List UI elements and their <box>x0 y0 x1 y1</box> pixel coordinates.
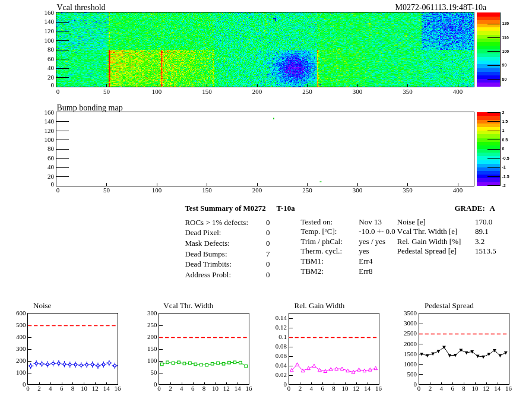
svg-text:100: 100 <box>147 357 157 364</box>
svg-text:3500: 3500 <box>404 309 417 316</box>
svg-text:8: 8 <box>332 385 335 392</box>
svg-text:10: 10 <box>81 385 88 392</box>
svg-text:Pedestal Spread: Pedestal Spread <box>425 301 474 310</box>
svg-text:3000: 3000 <box>404 319 417 327</box>
svg-text:ROCs > 1% defects:: ROCs > 1% defects: <box>185 218 248 227</box>
svg-text:80: 80 <box>502 77 507 81</box>
svg-text:0.12: 0.12 <box>276 324 287 331</box>
svg-text:10: 10 <box>212 385 219 392</box>
svg-text:6: 6 <box>191 385 195 392</box>
svg-text:200: 200 <box>147 333 157 340</box>
svg-text:16: 16 <box>505 385 512 392</box>
svg-text:10: 10 <box>471 385 479 392</box>
svg-text:120: 120 <box>45 27 55 34</box>
svg-text:0: 0 <box>266 218 270 227</box>
svg-text:20: 20 <box>48 173 55 180</box>
svg-text:0: 0 <box>26 385 30 392</box>
svg-text:0: 0 <box>266 239 270 248</box>
svg-text:Temp. [oC]:: Temp. [oC]: <box>301 227 337 236</box>
svg-text:Vcal Thr. Width: Vcal Thr. Width <box>163 301 213 310</box>
svg-text:200: 200 <box>16 357 26 364</box>
svg-text:Err8: Err8 <box>359 267 372 276</box>
svg-text:160: 160 <box>45 109 55 116</box>
svg-text:90: 90 <box>502 63 507 67</box>
svg-text:2: 2 <box>502 110 505 115</box>
svg-text:250: 250 <box>147 321 157 328</box>
svg-text:Noise [e]: Noise [e] <box>397 217 426 226</box>
svg-text:14: 14 <box>235 385 242 392</box>
svg-text:160: 160 <box>45 9 55 16</box>
svg-text:140: 140 <box>45 118 55 125</box>
svg-text:2: 2 <box>169 385 172 392</box>
svg-text:300: 300 <box>16 345 26 352</box>
svg-text:6: 6 <box>321 385 324 392</box>
svg-text:200: 200 <box>252 186 262 194</box>
svg-text:16: 16 <box>375 385 382 392</box>
svg-text:Tested on:: Tested on: <box>301 217 333 226</box>
svg-text:Trim / phCal:: Trim / phCal: <box>301 237 343 246</box>
svg-text:100: 100 <box>45 37 55 44</box>
svg-text:12: 12 <box>353 385 359 392</box>
svg-text:150: 150 <box>202 88 212 95</box>
svg-text:2: 2 <box>299 385 302 392</box>
svg-text:0: 0 <box>23 381 26 388</box>
svg-text:8: 8 <box>71 385 75 392</box>
svg-text:0.04: 0.04 <box>276 362 287 369</box>
svg-text:3.2: 3.2 <box>475 237 484 246</box>
svg-text:T-10a: T-10a <box>277 204 296 213</box>
svg-text:0.06: 0.06 <box>276 352 287 359</box>
svg-text:50: 50 <box>103 88 110 95</box>
svg-text:0.08: 0.08 <box>276 343 287 350</box>
svg-text:1513.5: 1513.5 <box>475 246 496 255</box>
svg-text:60: 60 <box>48 154 55 162</box>
svg-text:0: 0 <box>502 147 505 151</box>
svg-text:0: 0 <box>51 180 55 188</box>
svg-text:1: 1 <box>502 128 505 132</box>
svg-text:14: 14 <box>103 385 110 392</box>
svg-text:1000: 1000 <box>404 360 417 368</box>
svg-text:2: 2 <box>429 385 432 392</box>
svg-text:600: 600 <box>16 309 26 316</box>
svg-text:120: 120 <box>45 127 55 134</box>
svg-text:100: 100 <box>16 369 26 376</box>
svg-text:100: 100 <box>152 186 162 194</box>
svg-text:14: 14 <box>364 385 371 392</box>
svg-text:0: 0 <box>56 88 60 95</box>
svg-text:0.14: 0.14 <box>276 314 287 321</box>
svg-text:60: 60 <box>48 55 55 62</box>
svg-text:500: 500 <box>16 321 26 328</box>
svg-text:300: 300 <box>353 88 363 95</box>
svg-text:TBM2:: TBM2: <box>301 267 324 276</box>
svg-text:0: 0 <box>414 381 417 388</box>
svg-text:400: 400 <box>453 88 463 95</box>
svg-text:110: 110 <box>502 36 509 40</box>
svg-text:170.0: 170.0 <box>475 217 492 226</box>
svg-text:0: 0 <box>266 228 270 237</box>
svg-text:250: 250 <box>302 88 312 95</box>
svg-text:400: 400 <box>453 186 463 194</box>
svg-text:100: 100 <box>45 136 55 143</box>
svg-text:8: 8 <box>462 385 466 392</box>
svg-text:Rel. Gain Width: Rel. Gain Width <box>294 301 345 310</box>
svg-text:120: 120 <box>502 21 509 26</box>
svg-text:89.1: 89.1 <box>475 227 489 236</box>
svg-text:12: 12 <box>223 385 230 392</box>
svg-text:Bump bonding map: Bump bonding map <box>57 103 123 112</box>
svg-text:0: 0 <box>51 81 55 88</box>
svg-text:350: 350 <box>403 186 413 194</box>
svg-text:200: 200 <box>252 88 262 95</box>
svg-text:12: 12 <box>92 385 99 392</box>
svg-text:2500: 2500 <box>404 330 417 337</box>
svg-text:0.1: 0.1 <box>278 333 287 340</box>
svg-text:Therm. cycl.:: Therm. cycl.: <box>301 246 343 255</box>
svg-text:Vcal threshold: Vcal threshold <box>57 3 106 12</box>
svg-text:4: 4 <box>440 385 444 392</box>
svg-text:Dead Bumps:: Dead Bumps: <box>185 249 227 258</box>
svg-text:-1: -1 <box>502 165 506 169</box>
svg-text:4: 4 <box>49 385 52 392</box>
svg-text:2: 2 <box>37 385 41 392</box>
svg-text:4: 4 <box>180 385 183 392</box>
svg-text:Dead Trimbits:: Dead Trimbits: <box>185 259 231 268</box>
svg-text:500: 500 <box>407 370 417 378</box>
svg-text:Nov 13: Nov 13 <box>359 217 382 226</box>
